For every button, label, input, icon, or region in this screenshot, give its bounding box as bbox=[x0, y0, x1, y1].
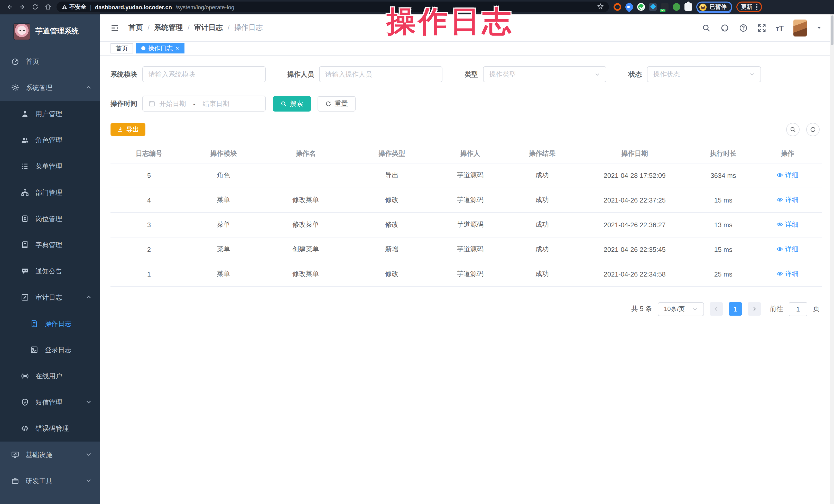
font-size-icon[interactable]: TT bbox=[776, 23, 784, 32]
goto-page-input[interactable] bbox=[789, 302, 807, 316]
sidebar-item-label: 研发工具 bbox=[26, 476, 52, 485]
sidebar-item-menu-management[interactable]: 菜单管理 bbox=[0, 153, 100, 179]
user-menu-caret-icon[interactable] bbox=[816, 23, 822, 32]
date-range-picker[interactable]: 开始日期 - 结束日期 bbox=[142, 95, 266, 112]
profile-paused-chip[interactable]: 已暂停 bbox=[696, 2, 732, 12]
chevron-down-icon bbox=[86, 398, 91, 406]
search-button[interactable]: 搜索 bbox=[273, 96, 311, 111]
sidebar-item-label: 操作日志 bbox=[45, 319, 71, 328]
browser-reload-icon[interactable] bbox=[31, 3, 39, 11]
chevron-down-icon bbox=[749, 71, 755, 77]
tag-home[interactable]: 首页 bbox=[110, 43, 133, 53]
next-page-button[interactable] bbox=[748, 302, 761, 315]
prev-page-button[interactable] bbox=[710, 302, 723, 315]
tag-operate-log[interactable]: 操作日志 bbox=[136, 43, 184, 53]
breadcrumb-item[interactable]: 系统管理 bbox=[154, 23, 183, 32]
url-domain: dashboard.yudao.iocoder.cn bbox=[95, 4, 172, 10]
sidebar-item-label: 用户管理 bbox=[36, 109, 62, 118]
sidebar-item-home[interactable]: 首页 bbox=[0, 48, 100, 74]
extension-icon-5[interactable] bbox=[673, 3, 680, 11]
close-icon[interactable] bbox=[175, 46, 179, 50]
detail-link[interactable]: 详细 bbox=[776, 245, 798, 254]
page-content: 系统模块 请输入系统模块 操作人员 请输入操作人员 类型 操作类型 状态 操作状… bbox=[100, 56, 830, 326]
sidebar-item-error-code-management[interactable]: 错误码管理 bbox=[0, 415, 100, 441]
extension-icon-1[interactable] bbox=[614, 3, 621, 11]
sidebar-item-login-log[interactable]: 登录日志 bbox=[0, 337, 100, 363]
infrastructure-icon bbox=[11, 451, 19, 459]
export-button[interactable]: 导出 bbox=[110, 123, 146, 136]
sidebar: 芋道管理系统 首页 系统管理 用户管理 角色管理 bbox=[0, 15, 100, 504]
sidebar-item-audit-log[interactable]: 审计日志 bbox=[0, 284, 100, 310]
sidebar-item-system-management[interactable]: 系统管理 bbox=[0, 74, 100, 101]
sidebar-item-online-users[interactable]: 在线用户 bbox=[0, 363, 100, 389]
module-input[interactable]: 请输入系统模块 bbox=[142, 66, 266, 82]
operate-log-table: 日志编号 操作模块 操作名 操作类型 操作人 操作结果 操作日期 执行时长 操作… bbox=[110, 145, 822, 287]
sidebar-item-label: 系统管理 bbox=[26, 83, 52, 92]
page-size-select[interactable]: 10条/页 bbox=[658, 302, 704, 316]
search-icon[interactable] bbox=[702, 23, 710, 32]
sidebar-item-post-management[interactable]: 岗位管理 bbox=[0, 205, 100, 232]
github-icon[interactable] bbox=[720, 23, 729, 32]
detail-link[interactable]: 详细 bbox=[776, 171, 798, 180]
date-range-separator: - bbox=[190, 100, 199, 107]
address-bar[interactable]: 不安全 | dashboard.yudao.iocoder.cn/system/… bbox=[57, 2, 609, 12]
org-tree-icon bbox=[21, 189, 29, 197]
not-secure-warning[interactable]: 不安全 bbox=[62, 3, 86, 11]
breadcrumb-item[interactable]: 首页 bbox=[129, 23, 143, 32]
avatar[interactable] bbox=[793, 19, 807, 36]
chevron-down-icon bbox=[86, 477, 91, 485]
operator-input[interactable]: 请输入操作人员 bbox=[319, 66, 442, 82]
sidebar-item-sms-management[interactable]: 短信管理 bbox=[0, 389, 100, 415]
detail-link[interactable]: 详细 bbox=[776, 269, 798, 279]
table-search-toggle-button[interactable] bbox=[786, 123, 799, 136]
column-header: 操作日期 bbox=[575, 145, 694, 163]
breadcrumb: 首页 / 系统管理 / 审计日志 / 操作日志 bbox=[129, 23, 263, 32]
sidebar-item-operate-log[interactable]: 操作日志 bbox=[0, 310, 100, 337]
pagination: 共 5 条 10条/页 1 前往 页 bbox=[110, 302, 819, 326]
sms-shield-icon bbox=[21, 398, 29, 406]
sidebar-item-dept-management[interactable]: 部门管理 bbox=[0, 179, 100, 205]
menu-list-icon bbox=[21, 162, 29, 170]
browser-back-icon[interactable] bbox=[5, 3, 13, 11]
scrollbar-thumb[interactable] bbox=[831, 16, 833, 45]
sidebar-item-label: 岗位管理 bbox=[36, 214, 62, 223]
extensions-puzzle-icon[interactable] bbox=[684, 3, 692, 11]
reset-button[interactable]: 重置 bbox=[317, 96, 356, 111]
browser-scrollbar[interactable] bbox=[830, 15, 834, 504]
extension-icon-2[interactable] bbox=[637, 3, 645, 11]
chevron-up-icon bbox=[86, 293, 91, 301]
status-label: 状态 bbox=[629, 70, 642, 79]
table-refresh-button[interactable] bbox=[806, 123, 819, 136]
sidebar-item-notice-announcement[interactable]: 通知公告 bbox=[0, 258, 100, 284]
module-label: 系统模块 bbox=[110, 70, 137, 79]
sidebar-item-label: 错误码管理 bbox=[36, 424, 69, 433]
fullscreen-icon[interactable] bbox=[757, 23, 766, 32]
sidebar-item-role-management[interactable]: 角色管理 bbox=[0, 127, 100, 153]
eye-icon bbox=[776, 221, 783, 228]
extension-pin-icon[interactable] bbox=[624, 2, 635, 12]
browser-home-icon[interactable] bbox=[44, 3, 52, 11]
extension-icon-3[interactable] bbox=[649, 3, 657, 11]
status-select[interactable]: 操作状态 bbox=[647, 66, 761, 82]
type-select[interactable]: 操作类型 bbox=[483, 66, 606, 82]
extension-icon-4[interactable]: on bbox=[661, 3, 668, 11]
chrome-update-button[interactable]: 更新 bbox=[737, 2, 762, 12]
detail-link[interactable]: 详细 bbox=[776, 195, 798, 204]
sidebar-item-infrastructure[interactable]: 基础设施 bbox=[0, 441, 100, 468]
browser-menu-icon[interactable] bbox=[756, 4, 757, 10]
sidebar-item-label: 菜单管理 bbox=[36, 162, 62, 171]
calendar-icon bbox=[149, 100, 155, 107]
app-logo bbox=[13, 23, 30, 40]
page-number-button[interactable]: 1 bbox=[729, 302, 742, 315]
detail-link[interactable]: 详细 bbox=[776, 220, 798, 229]
help-icon[interactable] bbox=[739, 23, 747, 32]
app-logo-row[interactable]: 芋道管理系统 bbox=[0, 15, 100, 48]
audit-log-icon bbox=[21, 293, 29, 302]
sidebar-item-user-management[interactable]: 用户管理 bbox=[0, 101, 100, 127]
browser-forward-icon[interactable] bbox=[18, 3, 26, 11]
breadcrumb-item[interactable]: 审计日志 bbox=[194, 23, 223, 32]
sidebar-item-dict-management[interactable]: 字典管理 bbox=[0, 232, 100, 258]
sidebar-item-dev-tools[interactable]: 研发工具 bbox=[0, 468, 100, 494]
bookmark-star-icon[interactable] bbox=[597, 3, 604, 11]
sidebar-collapse-icon[interactable] bbox=[110, 23, 119, 32]
